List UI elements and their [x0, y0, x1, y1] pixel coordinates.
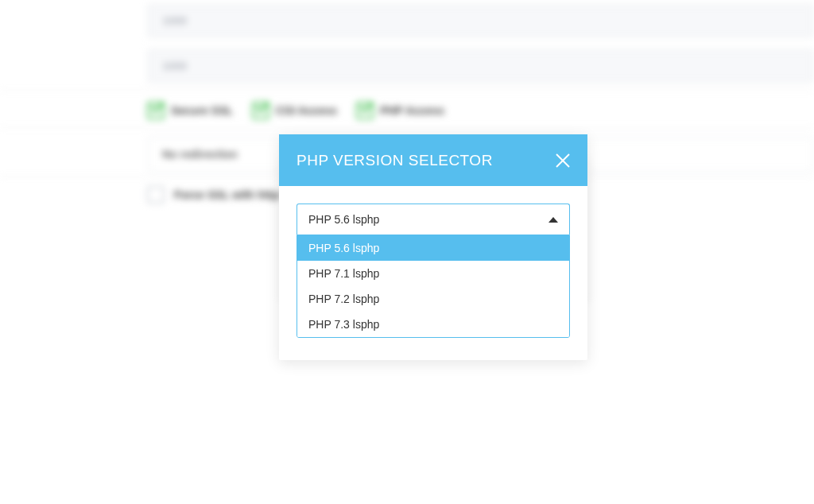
feature-checks-row: Secure SSL CGI Access PHP Access	[147, 102, 444, 119]
dropdown-option[interactable]: PHP 7.1 lsphp	[297, 261, 569, 286]
checkbox-empty-icon	[147, 186, 165, 204]
modal-title: PHP VERSION SELECTOR	[297, 152, 493, 169]
secure-ssl-checkbox[interactable]: Secure SSL	[147, 102, 233, 119]
dropdown-option[interactable]: PHP 7.3 lsphp	[297, 312, 569, 337]
modal-body: PHP 5.6 lsphp PHP 5.6 lsphp PHP 7.1 lsph…	[279, 186, 587, 360]
dropdown-list: PHP 5.6 lsphp PHP 7.1 lsphp PHP 7.2 lsph…	[297, 235, 570, 338]
cgi-access-label: CGI Access	[276, 104, 337, 117]
php-version-modal: PHP VERSION SELECTOR PHP 5.6 lsphp PHP 5…	[279, 134, 587, 360]
cgi-access-checkbox[interactable]: CGI Access	[252, 102, 337, 119]
check-icon	[252, 102, 269, 119]
secure-ssl-label: Secure SSL	[171, 104, 233, 117]
bandwidth-input[interactable]: 1000	[147, 4, 814, 37]
close-button[interactable]	[554, 152, 572, 169]
php-version-dropdown: PHP 5.6 lsphp PHP 5.6 lsphp PHP 7.1 lsph…	[297, 204, 570, 338]
php-access-checkbox[interactable]: PHP Access	[356, 102, 444, 119]
dropdown-option[interactable]: PHP 5.6 lsphp	[297, 235, 569, 261]
php-access-label: PHP Access	[380, 104, 444, 117]
check-icon	[356, 102, 374, 119]
dropdown-control[interactable]: PHP 5.6 lsphp	[297, 204, 570, 235]
quota-input[interactable]: 1000	[147, 49, 814, 83]
close-icon	[554, 152, 572, 169]
caret-up-icon	[548, 217, 558, 223]
modal-header: PHP VERSION SELECTOR	[279, 134, 587, 186]
check-icon	[147, 102, 165, 119]
dropdown-selected-label: PHP 5.6 lsphp	[308, 213, 379, 226]
dropdown-option[interactable]: PHP 7.2 lsphp	[297, 286, 569, 312]
